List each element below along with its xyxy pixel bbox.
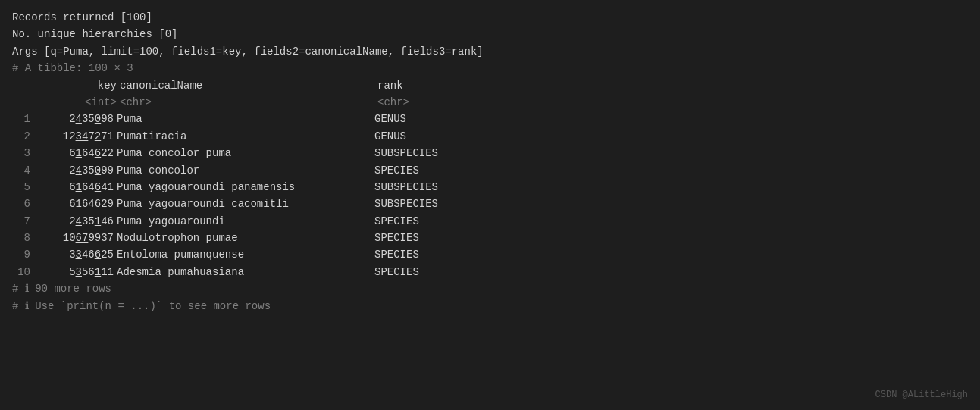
row-rank: SUBSPECIES xyxy=(374,196,438,212)
header-canonical: canonicalName xyxy=(120,77,377,94)
header-key: key xyxy=(36,77,120,94)
type-canonical: <chr> xyxy=(120,94,377,111)
row-number: 3 xyxy=(12,145,33,161)
tibble-info-line: # A tibble: 100 × 3 xyxy=(12,60,968,77)
type-rank: <chr> xyxy=(377,94,409,111)
row-number: 4 xyxy=(12,162,33,179)
row-key: 12347271 xyxy=(33,128,117,145)
row-canonical: Adesmia pumahuasiana xyxy=(117,264,374,280)
row-number: 1 xyxy=(12,111,33,127)
row-key: 10679937 xyxy=(33,230,117,246)
unique-hierarchies-line: No. unique hierarchies [0] xyxy=(12,26,968,42)
row-rank: SUBSPECIES xyxy=(374,145,438,161)
type-key: <int> xyxy=(36,94,120,111)
output-container: Records returned [100] No. unique hierar… xyxy=(12,9,968,315)
header-rank: rank xyxy=(377,77,403,94)
row-rank: SPECIES xyxy=(374,246,419,263)
row-key: 6164641 xyxy=(33,179,117,196)
row-key: 2435098 xyxy=(33,111,117,127)
row-number: 6 xyxy=(12,196,33,212)
row-number: 2 xyxy=(12,128,33,145)
row-canonical: Nodulotrophon pumae xyxy=(117,230,374,246)
row-number: 9 xyxy=(12,246,33,263)
table-row: 12435098PumaGENUS xyxy=(12,111,968,127)
table-row: 72435146Puma yagouaroundiSPECIES xyxy=(12,213,968,230)
row-number: 8 xyxy=(12,230,33,246)
row-key: 5356111 xyxy=(33,264,117,280)
row-canonical: Puma concolor puma xyxy=(117,145,374,161)
records-returned-line: Records returned [100] xyxy=(12,9,968,26)
row-canonical: Entoloma pumanquense xyxy=(117,246,374,263)
print-hint-line: # ℹ Use `print(n = ...)` to see more row… xyxy=(12,298,968,315)
more-rows-line: # ℹ 90 more rows xyxy=(12,280,968,297)
row-number: 7 xyxy=(12,213,33,230)
table-row: 56164641Puma yagouaroundi panamensisSUBS… xyxy=(12,179,968,196)
table-body: 12435098PumaGENUS212347271PumatiraciaGEN… xyxy=(12,111,968,280)
table-types: <int> <chr> <chr> xyxy=(12,94,968,111)
table-row: 105356111Adesmia pumahuasianaSPECIES xyxy=(12,264,968,280)
table-row: 42435099Puma concolorSPECIES xyxy=(12,162,968,179)
table-header: key canonicalName rank xyxy=(12,77,968,94)
table-row: 93346625Entoloma pumanquenseSPECIES xyxy=(12,246,968,263)
row-key: 2435146 xyxy=(33,213,117,230)
row-key: 6164622 xyxy=(33,145,117,161)
row-canonical: Puma yagouaroundi xyxy=(117,213,374,230)
row-number: 5 xyxy=(12,179,33,196)
row-canonical: Puma yagouaroundi panamensis xyxy=(117,179,374,196)
row-canonical: Puma xyxy=(117,111,374,127)
row-canonical: Puma yagouaroundi cacomitli xyxy=(117,196,374,212)
table-row: 66164629Puma yagouaroundi cacomitliSUBSP… xyxy=(12,196,968,212)
row-number: 10 xyxy=(12,264,33,280)
table-row: 810679937Nodulotrophon pumaeSPECIES xyxy=(12,230,968,246)
row-key: 2435099 xyxy=(33,162,117,179)
row-rank: GENUS xyxy=(374,128,406,145)
table-row: 212347271PumatiraciaGENUS xyxy=(12,128,968,145)
row-rank: SPECIES xyxy=(374,264,419,280)
row-key: 6164629 xyxy=(33,196,117,212)
watermark: CSDN @ALittleHigh xyxy=(875,388,968,402)
row-canonical: Puma concolor xyxy=(117,162,374,179)
row-canonical: Pumatiracia xyxy=(117,128,374,145)
row-key: 3346625 xyxy=(33,246,117,263)
row-rank: SPECIES xyxy=(374,230,419,246)
args-line: Args [q=Puma, limit=100, fields1=key, fi… xyxy=(12,43,968,60)
row-rank: SUBSPECIES xyxy=(374,179,438,196)
table-row: 36164622Puma concolor pumaSUBSPECIES xyxy=(12,145,968,161)
row-rank: GENUS xyxy=(374,111,406,127)
row-rank: SPECIES xyxy=(374,213,419,230)
row-rank: SPECIES xyxy=(374,162,419,179)
